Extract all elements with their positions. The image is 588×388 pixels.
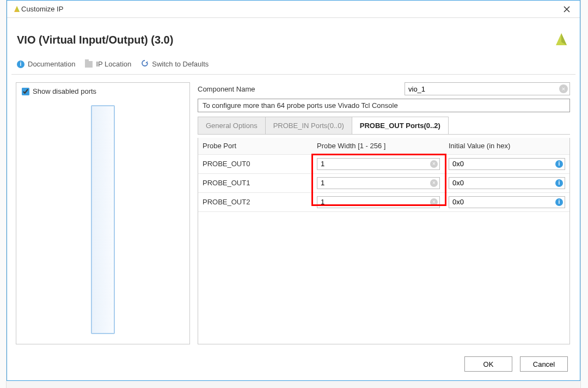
probe-width-input[interactable] bbox=[317, 196, 440, 208]
header: VIO (Virtual Input/Output) (3.0) bbox=[7, 18, 580, 59]
clear-icon[interactable]: × bbox=[430, 198, 438, 206]
component-name-label: Component Name bbox=[198, 85, 398, 93]
tab-general-options[interactable]: General Options bbox=[198, 117, 266, 134]
probe-port-cell: PROBE_OUT1 bbox=[198, 173, 313, 192]
initial-value-input[interactable] bbox=[449, 177, 565, 189]
info-icon[interactable]: i bbox=[555, 179, 563, 187]
refresh-icon bbox=[141, 59, 149, 69]
col-probe-port: Probe Port bbox=[198, 138, 313, 154]
left-cutoff-strip bbox=[0, 0, 7, 388]
col-initial-value: Initial Value (in hex) bbox=[444, 138, 569, 154]
probe-port-cell: PROBE_OUT2 bbox=[198, 192, 313, 211]
col-probe-width: Probe Width [1 - 256 ] bbox=[313, 138, 444, 154]
toolbar: i Documentation IP Location Switch to De… bbox=[7, 59, 580, 74]
info-bar: To configure more than 64 probe ports us… bbox=[198, 99, 570, 112]
tab-probe-out[interactable]: PROBE_OUT Ports(0..2) bbox=[352, 117, 449, 134]
ports-preview-panel: Show disabled ports bbox=[16, 82, 190, 344]
window-title: Customize IP bbox=[21, 5, 556, 13]
documentation-label: Documentation bbox=[28, 60, 75, 68]
component-name-input[interactable] bbox=[405, 82, 570, 95]
tab-probe-in[interactable]: PROBE_IN Ports(0..0) bbox=[265, 117, 352, 134]
ip-location-link[interactable]: IP Location bbox=[85, 60, 131, 68]
component-name-row: Component Name × bbox=[198, 82, 570, 95]
switch-to-defaults-label: Switch to Defaults bbox=[152, 60, 209, 68]
xilinx-logo-icon bbox=[13, 5, 21, 14]
initial-value-input[interactable] bbox=[449, 196, 565, 208]
tab-strip: General Options PROBE_IN Ports(0..0) PRO… bbox=[198, 117, 570, 135]
clear-icon[interactable]: × bbox=[430, 179, 438, 187]
customize-ip-dialog: Customize IP VIO (Virtual Input/Output) … bbox=[7, 0, 580, 381]
main-area: Show disabled ports Component Name × To … bbox=[7, 75, 580, 350]
ip-location-label: IP Location bbox=[96, 60, 131, 68]
info-icon: i bbox=[17, 60, 24, 68]
probe-width-input[interactable] bbox=[317, 158, 440, 170]
switch-to-defaults-link[interactable]: Switch to Defaults bbox=[141, 59, 209, 69]
probe-out-table: Probe Port Probe Width [1 - 256 ] Initia… bbox=[198, 138, 569, 212]
info-icon[interactable]: i bbox=[555, 198, 563, 206]
show-disabled-ports-label: Show disabled ports bbox=[33, 87, 96, 95]
table-row: PROBE_OUT1×i bbox=[198, 173, 569, 192]
titlebar: Customize IP bbox=[7, 1, 580, 18]
documentation-link[interactable]: i Documentation bbox=[17, 60, 75, 68]
show-disabled-ports-checkbox[interactable] bbox=[22, 88, 29, 95]
close-button[interactable] bbox=[556, 2, 578, 17]
xilinx-logo-large-icon bbox=[553, 31, 570, 48]
table-row: PROBE_OUT2×i bbox=[198, 192, 569, 211]
ip-title: VIO (Virtual Input/Output) (3.0) bbox=[17, 34, 173, 46]
configuration-panel: Component Name × To configure more than … bbox=[198, 82, 574, 344]
ok-button[interactable]: OK bbox=[464, 356, 512, 372]
show-disabled-ports-checkbox-row[interactable]: Show disabled ports bbox=[22, 87, 184, 95]
table-row: PROBE_OUT0×i bbox=[198, 154, 569, 173]
probe-width-input[interactable] bbox=[317, 177, 440, 189]
initial-value-input[interactable] bbox=[449, 158, 565, 170]
clear-icon[interactable]: × bbox=[430, 160, 438, 168]
clear-icon[interactable]: × bbox=[559, 84, 568, 93]
cancel-button[interactable]: Cancel bbox=[520, 356, 568, 372]
probe-port-cell: PROBE_OUT0 bbox=[198, 154, 313, 173]
dialog-footer: OK Cancel bbox=[7, 350, 580, 380]
folder-icon bbox=[85, 61, 93, 68]
right-cutoff-strip bbox=[580, 0, 588, 388]
info-icon[interactable]: i bbox=[555, 160, 563, 168]
ip-block-preview bbox=[91, 105, 115, 334]
tab-body: Probe Port Probe Width [1 - 256 ] Initia… bbox=[198, 138, 570, 344]
